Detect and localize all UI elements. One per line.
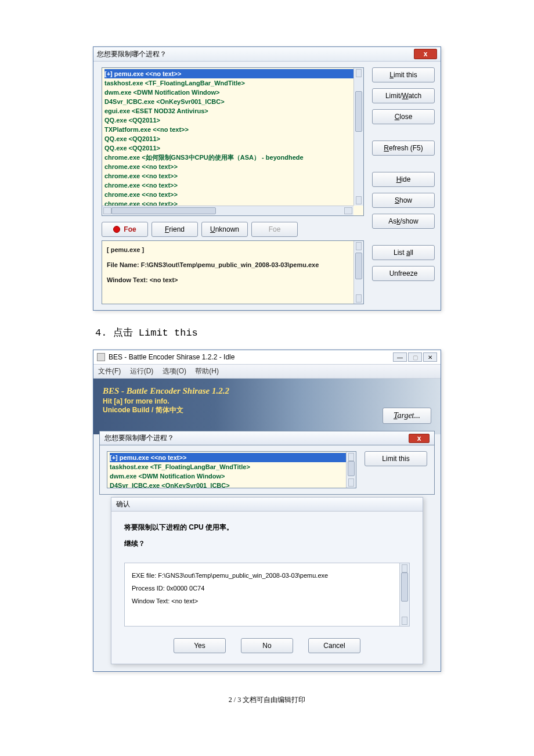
- confirm-window-text: Window Text: <no text>: [132, 595, 402, 607]
- page-footer: 2 / 3 文档可自由编辑打印: [93, 695, 441, 705]
- info-window-text: Window Text: <no text>: [107, 275, 359, 285]
- confirm-message-2: 继续？: [124, 537, 410, 550]
- confirm-title[interactable]: 确认: [111, 498, 423, 512]
- maximize-icon: ▢: [408, 352, 422, 362]
- list-item[interactable]: QQ.exe <QQ2011>: [104, 116, 361, 125]
- close-button[interactable]: Close: [372, 109, 435, 124]
- process-listbox[interactable]: [+] pemu.exe <<no text>> taskhost.exe <T…: [107, 451, 356, 488]
- hero-build: Unicode Build / 简体中文: [103, 405, 229, 415]
- list-item[interactable]: TXPlatform.exe <<no text>>: [104, 125, 361, 134]
- list-item[interactable]: dwm.exe <DWM Notification Window>: [104, 88, 361, 97]
- bes-main-window: BES - Battle Encoder Shirase 1.2.2 - Idl…: [93, 350, 441, 672]
- horizontal-scrollbar[interactable]: [102, 206, 353, 215]
- close-icon[interactable]: ✕: [423, 352, 437, 362]
- limit-watch-button[interactable]: Limit/Watch: [372, 88, 435, 103]
- list-all-button[interactable]: List all: [372, 245, 435, 260]
- menu-options[interactable]: 选项(O): [163, 367, 186, 375]
- limit-this-button[interactable]: Limit this: [372, 67, 435, 82]
- foe-button[interactable]: Foe: [102, 222, 148, 237]
- app-icon: [97, 353, 105, 361]
- confirm-exe-file: EXE file: F:\GNS3\out\Temp\pemu_public_w…: [132, 569, 402, 582]
- cancel-button[interactable]: Cancel: [308, 638, 360, 653]
- yes-button[interactable]: Yes: [174, 638, 226, 653]
- ask-show-button[interactable]: Ask/show: [372, 214, 435, 229]
- close-icon[interactable]: x: [414, 49, 437, 59]
- list-item[interactable]: chrome.exe <<no text>>: [104, 171, 361, 181]
- info-file-name: File Name: F:\GNS3\out\Temp\pemu_public_…: [107, 260, 359, 270]
- minimize-icon[interactable]: —: [393, 352, 407, 362]
- menu-file[interactable]: 文件(F): [98, 367, 121, 375]
- list-item[interactable]: taskhost.exe <TF_FloatingLangBar_WndTitl…: [104, 78, 361, 88]
- foe-dot-icon: [113, 226, 120, 233]
- confirm-message-1: 将要限制以下进程的 CPU 使用率。: [124, 521, 410, 534]
- no-button[interactable]: No: [241, 638, 293, 653]
- list-item[interactable]: chrome.exe <如何限制GNS3中CPU的使用率（ASA） - beyo…: [104, 153, 361, 162]
- sub-dialog-title: 您想要限制哪个进程？: [104, 433, 174, 443]
- vertical-scrollbar[interactable]: [399, 563, 409, 626]
- step-text: 4. 点击 Limit this: [95, 326, 441, 339]
- info-process-name: [ pemu.exe ]: [107, 244, 359, 255]
- confirm-pid: Process ID: 0x0000 0C74: [132, 582, 402, 595]
- hero-title: BES - Battle Encoder Shirase 1.2.2: [103, 384, 229, 397]
- unknown-button[interactable]: Unknown: [201, 222, 248, 237]
- process-select-dialog: 您想要限制哪个进程？ x [+] pemu.exe <<no text>> ta…: [93, 46, 441, 311]
- process-info-box: [ pemu.exe ] File Name: F:\GNS3\out\Temp…: [102, 240, 364, 304]
- menu-run[interactable]: 运行(D): [130, 367, 154, 375]
- hero-hint: Hit [a] for more info.: [103, 397, 229, 405]
- window-titlebar[interactable]: BES - Battle Encoder Shirase 1.2.2 - Idl…: [93, 350, 441, 365]
- menubar[interactable]: 文件(F) 运行(D) 选项(O) 帮助(H): [93, 365, 441, 379]
- hide-button[interactable]: Hide: [372, 172, 435, 187]
- vertical-scrollbar[interactable]: [353, 68, 363, 206]
- confirm-info-box: EXE file: F:\GNS3\out\Temp\pemu_public_w…: [124, 563, 410, 627]
- sub-dialog-titlebar[interactable]: 您想要限制哪个进程？ x: [99, 431, 435, 445]
- foe-disabled-button: Foe: [251, 222, 298, 237]
- list-item[interactable]: chrome.exe <<no text>>: [104, 181, 361, 190]
- list-item[interactable]: dwm.exe <DWM Notification Window>: [110, 471, 353, 481]
- list-item[interactable]: [+] pemu.exe <<no text>>: [110, 453, 353, 462]
- refresh-button[interactable]: Refresh (F5): [372, 141, 435, 156]
- limit-this-button[interactable]: Limit this: [365, 451, 427, 466]
- list-item[interactable]: egui.exe <ESET NOD32 Antivirus>: [104, 106, 361, 116]
- menu-help[interactable]: 帮助(H): [195, 367, 219, 375]
- friend-button[interactable]: Friend: [151, 222, 198, 237]
- hero-banner: BES - Battle Encoder Shirase 1.2.2 Hit […: [93, 379, 441, 434]
- show-button[interactable]: Show: [372, 193, 435, 208]
- list-item[interactable]: D4Svr_ICBC.exe <OnKeySvr001_ICBC>: [104, 97, 361, 106]
- list-item[interactable]: [+] pemu.exe <<no text>>: [104, 69, 361, 78]
- confirm-dialog: 确认 将要限制以下进程的 CPU 使用率。 继续？ EXE file: F:\G…: [111, 497, 423, 664]
- list-item[interactable]: D4Svr_ICBC.exe <OnKeySvr001_ICBC>: [110, 481, 353, 488]
- target-button[interactable]: Target...: [383, 408, 431, 424]
- list-item[interactable]: chrome.exe <<no text>>: [104, 162, 361, 171]
- vertical-scrollbar[interactable]: [353, 241, 363, 304]
- dialog-title: 您想要限制哪个进程？: [97, 49, 167, 59]
- dialog-titlebar[interactable]: 您想要限制哪个进程？ x: [93, 47, 441, 62]
- list-item[interactable]: chrome.exe <<no text>>: [104, 190, 361, 199]
- process-listbox[interactable]: [+] pemu.exe <<no text>> taskhost.exe <T…: [102, 67, 364, 216]
- window-title: BES - Battle Encoder Shirase 1.2.2 - Idl…: [109, 353, 234, 361]
- close-icon[interactable]: x: [409, 434, 430, 443]
- unfreeze-button[interactable]: Unfreeze: [372, 266, 435, 281]
- list-item[interactable]: taskhost.exe <TF_FloatingLangBar_WndTitl…: [110, 462, 353, 471]
- list-item[interactable]: QQ.exe <QQ2011>: [104, 143, 361, 153]
- list-item[interactable]: QQ.exe <QQ2011>: [104, 134, 361, 143]
- vertical-scrollbar[interactable]: [346, 452, 356, 488]
